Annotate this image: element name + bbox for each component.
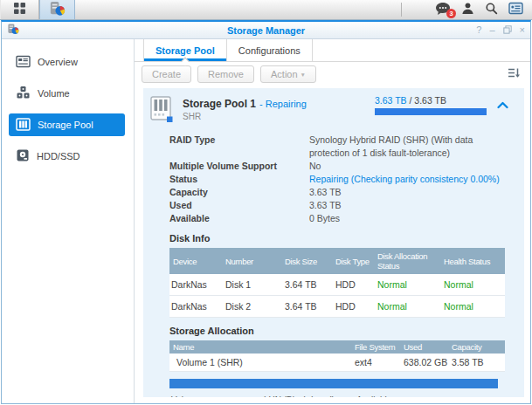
pool-usage-bar	[375, 108, 487, 115]
pool-raid-subtitle: SHR	[183, 112, 375, 121]
pool-header-row[interactable]: Storage Pool 1- Repairing SHR 3.63 TB / …	[169, 95, 510, 127]
table-cell: Normal	[374, 296, 440, 318]
chevron-up-icon	[497, 99, 508, 112]
detail-row-available: Available 0 Bytes	[169, 212, 510, 225]
main-menu-button[interactable]	[0, 0, 39, 19]
sidebar-item-label: Storage Pool	[38, 120, 93, 130]
volume-icon	[16, 86, 31, 101]
sidebar-item-label: Overview	[38, 57, 78, 67]
column-header: Number	[222, 248, 281, 274]
table-cell: HDD	[332, 274, 374, 296]
help-button[interactable]: ?	[476, 25, 481, 35]
sidebar-item-label: Volume	[38, 88, 70, 99]
table-row[interactable]: DarkNasDisk 23.64 TBHDDNormalNormal	[169, 296, 505, 318]
pool-title: Storage Pool 1- Repairing	[183, 98, 307, 110]
window-title: Storage Manager	[2, 25, 530, 36]
table-cell: DarkNas	[169, 274, 222, 296]
storage-manager-taskbar-button[interactable]	[39, 0, 75, 19]
user-menu-button[interactable]	[456, 0, 480, 19]
window-titlebar[interactable]: Storage Manager ? – ×	[2, 22, 530, 39]
table-cell: 3.64 TB	[281, 274, 332, 296]
detail-row-status: Status Repairing (Checking parity consis…	[169, 173, 510, 186]
notifications-button[interactable]: 3	[430, 0, 456, 19]
column-header: Health Status	[440, 248, 505, 274]
column-header: Capacity	[448, 340, 505, 354]
pool-usage-block: 3.63 TB / 3.63 TB	[375, 95, 487, 115]
table-cell: Normal	[440, 274, 505, 296]
remove-button[interactable]: Remove	[197, 65, 254, 83]
taskbar-separator	[401, 3, 402, 17]
tab-storage-pool[interactable]: Storage Pool	[143, 39, 227, 61]
dropdown-caret-icon: ▼	[301, 72, 306, 78]
table-cell: HDD	[332, 296, 374, 318]
hdd-icon	[16, 148, 30, 164]
sidebar: Overview Volume Storage Pool HDD/SSD	[2, 39, 135, 403]
maximize-button[interactable]	[503, 25, 512, 36]
toolbar: Create Remove Action▼	[135, 62, 530, 86]
close-button[interactable]: ×	[520, 25, 525, 35]
pool-usage-text: 3.63 TB / 3.63 TB	[375, 95, 487, 106]
storage-allocation-table: Name File System Used Capacity Volume 1 …	[169, 340, 505, 372]
pool-nas-icon	[150, 96, 174, 127]
search-button[interactable]	[480, 0, 503, 19]
storage-manager-window: Storage Manager ? – × Overview Volume	[1, 20, 531, 404]
widgets-button[interactable]	[503, 0, 529, 19]
storage-allocation-title: Storage Allocation	[169, 326, 510, 336]
table-cell: Normal	[440, 296, 505, 318]
sidebar-item-volume[interactable]: Volume	[9, 82, 125, 105]
allocation-summary-bar	[169, 379, 498, 388]
minimize-button[interactable]: –	[489, 25, 494, 35]
collapse-list-icon	[508, 67, 520, 81]
detail-row-raid-type: RAID Type Synology Hybrid RAID (SHR) (Wi…	[169, 134, 510, 160]
disk-info-header-row: Device Number Disk Size Disk Type Disk A…	[169, 248, 505, 274]
legend-volume: Volume 3.6TB	[169, 393, 252, 397]
action-dropdown-button[interactable]: Action▼	[260, 65, 316, 83]
disk-info-table: Device Number Disk Size Disk Type Disk A…	[169, 248, 505, 318]
table-cell: 638.02 GB	[400, 354, 448, 372]
table-row[interactable]: Volume 1 (SHR)ext4638.02 GB3.58 TB	[169, 354, 505, 372]
app-grid-icon	[13, 2, 26, 17]
detail-row-used: Used 3.63 TB	[169, 199, 510, 212]
disk-info-title: Disk Info	[169, 233, 510, 244]
search-icon	[485, 2, 498, 17]
overview-icon	[16, 55, 31, 70]
collapse-pool-button[interactable]	[495, 97, 510, 113]
legend-available: Available 0Bytes	[355, 393, 438, 397]
table-cell: Normal	[374, 274, 440, 296]
main-content: Storage Pool Configurations Create Remov…	[135, 39, 530, 403]
table-cell: Volume 1 (SHR)	[169, 354, 351, 372]
table-cell: 3.58 TB	[448, 354, 505, 372]
storage-manager-app-icon	[49, 0, 66, 19]
column-header: Name	[169, 340, 351, 354]
sidebar-item-storage-pool[interactable]: Storage Pool	[9, 113, 125, 136]
table-cell: Disk 2	[222, 296, 281, 318]
column-header: Used	[400, 340, 448, 354]
table-cell: DarkNas	[169, 296, 222, 318]
tab-configurations[interactable]: Configurations	[227, 39, 313, 61]
column-header: Device	[169, 248, 222, 274]
sidebar-item-label: HDD/SSD	[37, 151, 80, 161]
table-row[interactable]: DarkNasDisk 13.64 TBHDDNormalNormal	[169, 274, 505, 296]
table-cell: ext4	[351, 354, 400, 372]
table-cell: Disk 1	[222, 274, 281, 296]
create-button[interactable]: Create	[142, 65, 191, 83]
storage-pool-panel: Storage Pool 1- Repairing SHR 3.63 TB / …	[143, 88, 524, 397]
pool-status-tag: - Repairing	[259, 99, 307, 109]
allocation-legend: Volume 3.6TB LUN (Block-Level) 0Bytes Av…	[169, 393, 510, 397]
sidebar-item-overview[interactable]: Overview	[9, 51, 125, 73]
legend-lun: LUN (Block-Level) 0Bytes	[262, 393, 345, 397]
pool-details: RAID Type Synology Hybrid RAID (SHR) (Wi…	[169, 134, 510, 225]
status-repairing-value: Repairing (Checking parity consistency 0…	[309, 173, 510, 186]
column-header: Disk Allocation Status	[374, 248, 440, 274]
collapse-list-button[interactable]	[504, 65, 523, 84]
notification-badge: 3	[446, 9, 456, 18]
detail-row-multiple-volume-support: Multiple Volume Support No	[169, 160, 510, 173]
column-header: File System	[351, 340, 400, 354]
detail-row-capacity: Capacity 3.63 TB	[169, 186, 510, 199]
desktop-taskbar: 3	[0, 0, 532, 20]
table-cell: 3.64 TB	[281, 296, 332, 318]
user-icon	[461, 2, 474, 17]
column-header: Disk Size	[281, 248, 332, 274]
sidebar-item-hdd-ssd[interactable]: HDD/SSD	[9, 145, 125, 168]
storage-pool-icon	[16, 118, 31, 133]
